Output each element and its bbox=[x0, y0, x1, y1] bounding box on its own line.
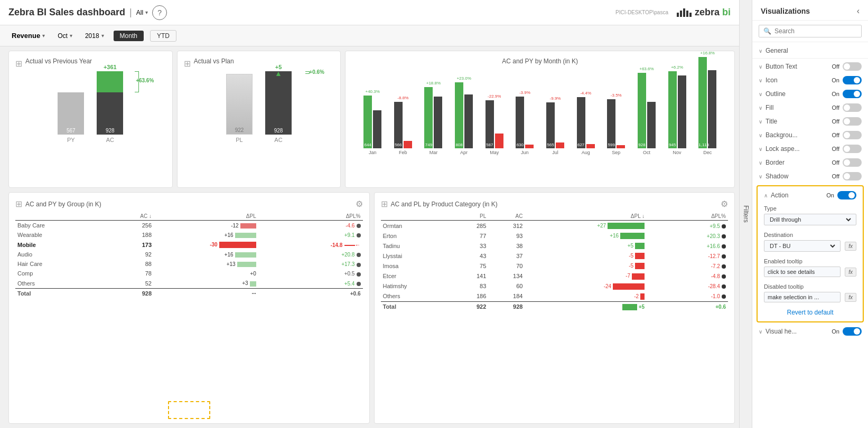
title-track[interactable] bbox=[843, 117, 862, 126]
prod-name-llysstai: Llysstai bbox=[381, 251, 452, 261]
viz-search-area: 🔍 bbox=[752, 21, 868, 42]
jul-dark-bar: 565 bbox=[546, 102, 555, 148]
visual-he-toggle[interactable]: On bbox=[832, 327, 862, 336]
viz-header: Visualizations ‹ bbox=[752, 0, 868, 21]
fill-track[interactable] bbox=[843, 103, 862, 112]
icon-track[interactable] bbox=[843, 76, 862, 84]
group-total-row: Total 928 ··· +0.6 bbox=[15, 288, 363, 298]
year-dropdown[interactable]: 2018 ▾ bbox=[82, 31, 107, 41]
title-toggle[interactable]: Off bbox=[832, 117, 862, 126]
action-enabled-fx-button[interactable]: fx bbox=[845, 268, 856, 277]
border-label: ∨ Border bbox=[759, 159, 785, 166]
aug-dark-bar: 627 bbox=[577, 97, 585, 148]
feb-red-bar bbox=[404, 141, 412, 148]
icon-text: Icon bbox=[766, 77, 778, 84]
action-toggle-label: On bbox=[826, 192, 834, 198]
avpl-pct: +0.6% bbox=[309, 69, 324, 75]
viz-close-button[interactable]: ‹ bbox=[857, 6, 860, 16]
shadow-track[interactable] bbox=[843, 172, 862, 180]
ytd-button[interactable]: YTD bbox=[150, 30, 176, 42]
group-ac-wear: 188 bbox=[107, 230, 154, 240]
prod-ac-etcer: 134 bbox=[488, 271, 525, 281]
action-dest-fx-button[interactable]: fx bbox=[845, 242, 856, 251]
background-toggle[interactable]: Off bbox=[832, 131, 862, 139]
fill-toggle[interactable]: Off bbox=[832, 103, 862, 112]
icon-thumb bbox=[854, 77, 860, 83]
action-disabled-input[interactable]: make selection in ... bbox=[764, 292, 841, 302]
revert-button[interactable]: Revert to default bbox=[787, 309, 833, 316]
button-text-text: Button Text bbox=[766, 63, 797, 70]
all-dropdown[interactable]: All ▾ bbox=[136, 9, 148, 16]
ac-py-month-panel: AC and PY by Month (in K) +40.3% 644 Jan bbox=[345, 51, 735, 188]
prod-dplpct-ormtan: +9.5 bbox=[647, 221, 728, 231]
action-enabled-input[interactable]: click to see details bbox=[764, 267, 841, 277]
border-track[interactable] bbox=[843, 158, 862, 167]
jan-dark-bar bbox=[373, 110, 381, 148]
help-button[interactable]: ? bbox=[152, 5, 167, 20]
search-input[interactable] bbox=[774, 27, 857, 35]
pl-label: PL bbox=[236, 137, 242, 143]
visual-he-track[interactable] bbox=[843, 327, 862, 336]
action-type-label: Type bbox=[764, 205, 856, 212]
ac-top-value: +361 bbox=[104, 64, 117, 70]
prod-pl-tadinu: 33 bbox=[452, 241, 488, 251]
table-row: Tadinu 33 38 +5 +16.6 bbox=[381, 241, 729, 251]
prod-dplpct-etcer: -4.8 bbox=[647, 271, 728, 281]
button-text-toggle[interactable]: Off bbox=[832, 62, 862, 71]
lock-track[interactable] bbox=[843, 145, 862, 153]
mar-dark-bar bbox=[434, 97, 442, 148]
drag-handle[interactable] bbox=[168, 401, 210, 419]
lock-toggle[interactable]: Off bbox=[832, 145, 862, 153]
jul-red-bar bbox=[556, 142, 564, 148]
gear-icon-group[interactable]: ⚙ bbox=[356, 199, 363, 209]
feb-bars: 566 bbox=[394, 102, 412, 148]
action-disabled-tooltip-label: Disabled tooltip bbox=[764, 283, 856, 290]
table-row: Erton 77 93 +16 +20.3 bbox=[381, 231, 729, 241]
border-toggle[interactable]: Off bbox=[832, 158, 862, 167]
filters-tab[interactable]: Filters bbox=[739, 0, 752, 428]
ac-bar-group: +361 928 +63.6% bbox=[97, 64, 123, 143]
oct-dropdown[interactable]: Oct ▾ bbox=[54, 31, 76, 41]
prod-pl-ormtan: 285 bbox=[452, 221, 488, 231]
may-val: 587 bbox=[486, 142, 494, 147]
month-button[interactable]: Month bbox=[114, 31, 144, 41]
background-track[interactable] bbox=[843, 131, 862, 139]
viz-row-button-text: ∨ Button Text Off bbox=[752, 60, 868, 73]
prod-dpl-others2: -2 bbox=[525, 291, 647, 302]
outline-toggle[interactable]: On bbox=[832, 90, 862, 98]
action-toggle[interactable]: On bbox=[826, 191, 856, 199]
shadow-toggle[interactable]: Off bbox=[832, 172, 862, 180]
outline-track[interactable] bbox=[843, 90, 862, 98]
action-chevron: ∧ bbox=[764, 193, 768, 198]
prod-name-tadinu: Tadinu bbox=[381, 241, 452, 251]
action-type-input[interactable]: Drill through bbox=[764, 214, 856, 225]
group-total-name: Total bbox=[15, 288, 107, 298]
outline-thumb bbox=[854, 91, 860, 97]
action-dest-row: DT - BU fx bbox=[764, 240, 856, 252]
viz-options-list: ∨ General ∨ Button Text Off bbox=[752, 42, 868, 428]
prod-ac-llysstai: 37 bbox=[488, 251, 525, 261]
bar4 bbox=[686, 11, 688, 17]
viz-row-border: ∨ Border Off bbox=[752, 156, 868, 169]
action-type-select[interactable]: Drill through bbox=[768, 216, 853, 223]
search-icon: 🔍 bbox=[763, 27, 771, 35]
dec-dark-bar bbox=[708, 70, 716, 148]
sep-label: Sep bbox=[612, 150, 620, 155]
revenue-dropdown[interactable]: Revenue ▾ bbox=[8, 31, 48, 41]
prod-dpl-erton: +16 bbox=[525, 231, 647, 241]
gear-icon-product[interactable]: ⚙ bbox=[721, 199, 728, 209]
background-chevron: ∨ bbox=[759, 132, 762, 138]
viz-row-general[interactable]: ∨ General bbox=[752, 44, 868, 57]
jan-label: Jan bbox=[369, 150, 377, 155]
prod-dpl-ormtan: +27 bbox=[525, 221, 647, 231]
action-disabled-fx-button[interactable]: fx bbox=[845, 293, 856, 302]
action-dest-input[interactable]: DT - BU bbox=[764, 240, 841, 252]
grid-icon-avpl: ⊞ bbox=[184, 59, 191, 69]
button-text-track[interactable] bbox=[843, 62, 862, 71]
avpl-ac-value: 928 bbox=[265, 128, 292, 134]
icon-toggle[interactable]: On bbox=[832, 76, 862, 84]
group-ac-baby: 256 bbox=[107, 221, 154, 231]
month-jun: -3.9% 630 Jun bbox=[510, 97, 540, 155]
action-track[interactable] bbox=[837, 191, 856, 199]
action-dest-select[interactable]: DT - BU bbox=[768, 242, 837, 250]
